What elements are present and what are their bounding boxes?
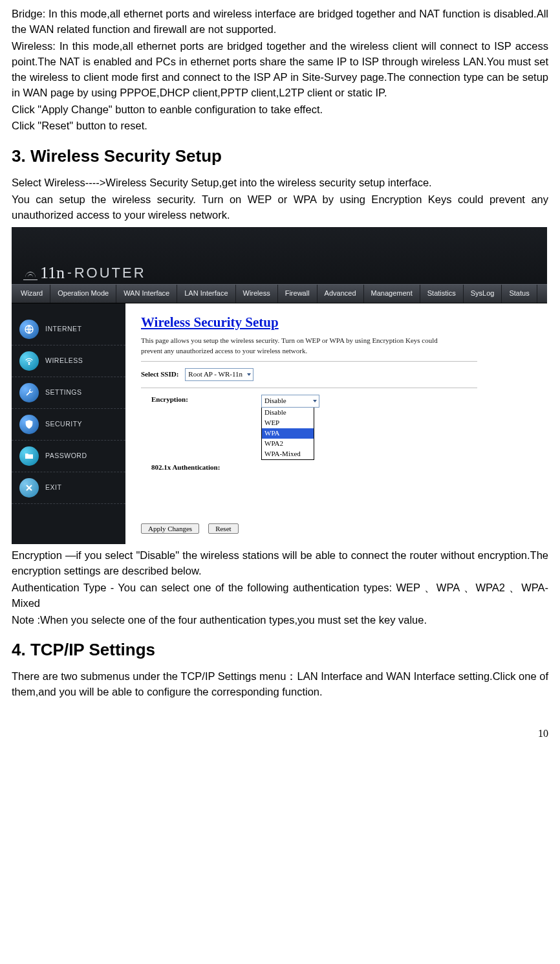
- para-tcpip: There are two submenus under the TCP/IP …: [12, 669, 548, 700]
- wrench-icon: [19, 383, 39, 402]
- globe-icon: [19, 320, 39, 339]
- encryption-option-wep[interactable]: WEP: [262, 418, 314, 428]
- para-bridge: Bridge: In this mode,all ethernet ports …: [12, 6, 548, 38]
- tab-advanced[interactable]: Advanced: [318, 285, 364, 303]
- encryption-select[interactable]: Disable: [261, 395, 319, 408]
- tab-management[interactable]: Management: [364, 285, 420, 303]
- content-pane: Wireless Security Setup This page allows…: [125, 303, 547, 544]
- para-apply: Click "Apply Change" button to eanble co…: [12, 102, 548, 118]
- ssid-label: Select SSID:: [141, 369, 178, 380]
- encryption-option-disable[interactable]: Disable: [262, 408, 314, 418]
- divider: [141, 361, 477, 362]
- sidebar-item-internet[interactable]: INTERNET: [12, 314, 125, 345]
- tab-operation-mode[interactable]: Operation Mode: [50, 285, 116, 303]
- shield-icon: [19, 415, 39, 434]
- divider: [141, 388, 477, 388]
- tab-wireless[interactable]: Wireless: [236, 285, 278, 303]
- sidebar-item-password[interactable]: PASSWORD: [12, 441, 125, 472]
- tab-lan-interface[interactable]: LAN Interface: [177, 285, 235, 303]
- para-encryption: Encryption —if you select "Disable" the …: [12, 548, 548, 579]
- router-header: 11n - ROUTER Portable 11n Wireless Route…: [12, 227, 547, 303]
- sidebar-item-label: WIRELESS: [45, 356, 83, 366]
- sidebar-item-label: EXIT: [45, 483, 61, 492]
- sidebar-item-exit[interactable]: EXIT: [12, 472, 125, 504]
- encryption-dropdown-list[interactable]: DisableWEPWPAWPA2WPA-Mixed: [261, 407, 314, 460]
- auth-label: 802.1x Authentication:: [151, 463, 261, 473]
- heading-tcpip: 4. TCP/IP Settings: [12, 638, 548, 663]
- sidebar: INTERNETWIRELESSSETTINGSSECURITYPASSWORD…: [12, 303, 125, 544]
- pane-desc: This page allows you setup the wireless …: [141, 336, 438, 356]
- sidebar-item-label: SECURITY: [45, 419, 82, 429]
- sidebar-item-security[interactable]: SECURITY: [12, 409, 125, 441]
- encryption-option-wpa-mixed[interactable]: WPA-Mixed: [262, 449, 314, 459]
- sidebar-item-label: SETTINGS: [45, 388, 82, 397]
- wifi-logo-icon: [23, 265, 38, 280]
- svg-point-1: [28, 364, 29, 364]
- tab-wizard[interactable]: Wizard: [12, 285, 50, 303]
- heading-wireless-security: 3. Wireless Security Setup: [12, 144, 548, 169]
- para-note: Note :When you selecte one of the four a…: [12, 613, 548, 628]
- folder-icon: [19, 446, 39, 466]
- para-auth-type: Authentication Type - You can select one…: [12, 580, 548, 611]
- pane-title: Wireless Security Setup: [141, 312, 532, 332]
- reset-button[interactable]: Reset: [208, 523, 238, 534]
- wifi-icon: [19, 351, 39, 371]
- para-wireless: Wireless: In this mode,all ethernet port…: [12, 39, 548, 101]
- encryption-option-wpa2[interactable]: WPA2: [262, 439, 314, 449]
- top-tabs: WizardOperation ModeWAN InterfaceLAN Int…: [12, 284, 547, 303]
- sidebar-item-settings[interactable]: SETTINGS: [12, 377, 125, 409]
- sidebar-item-label: INTERNET: [45, 324, 82, 334]
- para-reset: Click "Reset" button to reset.: [12, 118, 548, 134]
- logo-router: ROUTER: [74, 263, 146, 283]
- page-number: 10: [12, 726, 548, 741]
- tab-firewall[interactable]: Firewall: [278, 285, 318, 303]
- x-icon: [19, 478, 39, 498]
- encryption-label: Encryption:: [151, 395, 261, 405]
- tab-syslog[interactable]: SysLog: [464, 285, 502, 303]
- tab-wan-interface[interactable]: WAN Interface: [116, 285, 177, 303]
- apply-changes-button[interactable]: Apply Changes: [141, 523, 199, 534]
- sidebar-item-label: PASSWORD: [45, 451, 87, 461]
- logo-11n: 11n: [40, 261, 65, 285]
- tab-statistics[interactable]: Statistics: [420, 285, 464, 303]
- para-nav-path: Select Wireless---->Wireless Security Se…: [12, 175, 548, 191]
- encryption-option-wpa[interactable]: WPA: [262, 428, 314, 439]
- para-security-intro: You can setup the wireless security. Tur…: [12, 192, 548, 223]
- ssid-select[interactable]: Root AP - WR-11n: [185, 368, 253, 381]
- tab-status[interactable]: Status: [502, 285, 537, 303]
- sidebar-item-wireless[interactable]: WIRELESS: [12, 345, 125, 377]
- router-screenshot: 11n - ROUTER Portable 11n Wireless Route…: [12, 227, 547, 544]
